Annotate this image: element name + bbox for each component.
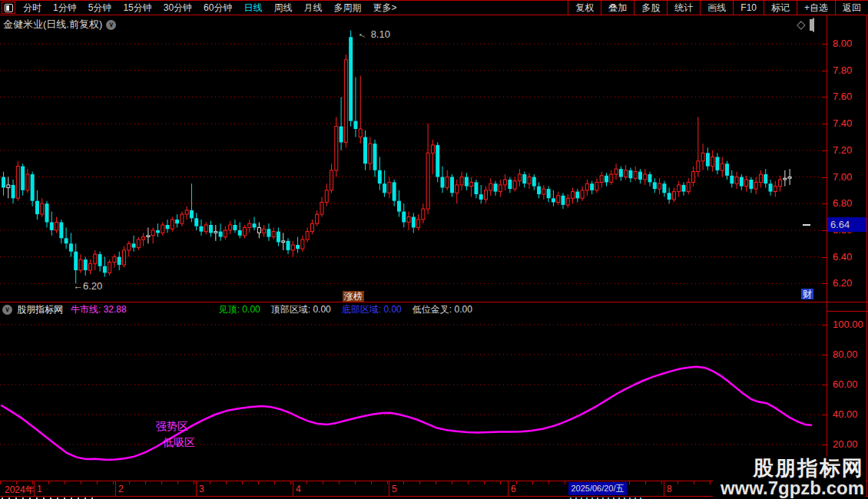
axis-section-divider bbox=[827, 311, 868, 312]
stock-title: 金健米业(日线.前复权) bbox=[3, 18, 102, 31]
indicator-axis-label: 20.00 bbox=[833, 438, 866, 450]
month-label-8: 8 bbox=[667, 484, 672, 494]
period-tab-5分钟[interactable]: 5分钟 bbox=[88, 2, 112, 15]
main-candlestick-chart[interactable] bbox=[0, 15, 827, 302]
price-axis-label: 6.20 bbox=[833, 277, 866, 289]
price-axis-line bbox=[827, 15, 827, 497]
month-label-6: 6 bbox=[511, 484, 516, 494]
zone-dip-label: 低吸区 bbox=[163, 436, 195, 450]
trading-app-screen: 分时1分钟5分钟15分钟30分钟60分钟日线周线月线多周期更多> 复权叠加多股统… bbox=[0, 0, 868, 499]
month-label-3: 3 bbox=[199, 484, 204, 494]
week-ticks bbox=[0, 481, 827, 484]
indicator-axis-tick bbox=[822, 444, 827, 445]
top-toolbar: 分时1分钟5分钟15分钟30分钟60分钟日线周线月线多周期更多> 复权叠加多股统… bbox=[0, 0, 868, 15]
price-axis-tick bbox=[822, 150, 827, 151]
axis-window-icon[interactable] bbox=[813, 18, 814, 32]
action-menu: 复权叠加多股统计画线F10标记+自选返回 bbox=[568, 1, 868, 15]
indicator-axis-tick bbox=[822, 355, 827, 355]
cursor-date-readout: 2025/06/20/五 bbox=[568, 482, 627, 495]
indicator-axis-label: 100.00 bbox=[833, 319, 866, 330]
chart-title-bar[interactable]: 金健米业(日线.前复权) ∨ bbox=[3, 18, 116, 31]
annotation-arrow-icon: ← bbox=[73, 280, 83, 292]
indicator-axis-tick bbox=[822, 385, 827, 385]
diamond-icon[interactable]: ◇ bbox=[797, 18, 806, 31]
finance-tag[interactable]: 财 bbox=[801, 289, 813, 299]
month-label-1: 1 bbox=[37, 484, 42, 494]
cursor-price-marker bbox=[803, 224, 810, 226]
month-separator bbox=[664, 481, 664, 496]
menu-F10[interactable]: F10 bbox=[733, 1, 764, 15]
rank-tag[interactable]: 涨榜 bbox=[343, 291, 364, 302]
month-label-4: 4 bbox=[296, 484, 301, 494]
period-tab-15分钟[interactable]: 15分钟 bbox=[123, 2, 151, 15]
indicator-readout-低位金叉: 低位金叉: 0.00 bbox=[412, 303, 472, 316]
period-tab-多周期[interactable]: 多周期 bbox=[333, 2, 361, 15]
period-tab-月线[interactable]: 月线 bbox=[303, 2, 322, 15]
window-glyph-icon bbox=[813, 18, 814, 32]
indicator-source: 股朋指标网 bbox=[17, 303, 63, 316]
price-axis-tick bbox=[822, 44, 827, 45]
menu-+自选[interactable]: +自选 bbox=[797, 1, 835, 15]
period-tab-30分钟[interactable]: 30分钟 bbox=[164, 2, 192, 15]
watermark-url: www.7gpzb.com bbox=[721, 479, 864, 497]
price-axis-label: 7.60 bbox=[833, 91, 866, 102]
indicator-chevron-down-icon[interactable]: ∨ bbox=[2, 305, 12, 315]
menu-画线[interactable]: 画线 bbox=[700, 1, 733, 15]
watermark: 股朋指标网 www.7gpzb.com bbox=[713, 457, 866, 497]
indicator-axis-tick bbox=[822, 325, 827, 326]
indicator-readout-牛市线: 牛市线: 32.88 bbox=[71, 303, 127, 316]
year-label: 2024年 bbox=[5, 484, 35, 497]
price-axis-tick bbox=[822, 230, 827, 231]
period-tab-更多>[interactable]: 更多> bbox=[373, 2, 396, 15]
period-tab-1分钟[interactable]: 1分钟 bbox=[53, 2, 77, 15]
menu-返回[interactable]: 返回 bbox=[835, 1, 868, 15]
indicator-readout-底部区域: 底部区域: 0.00 bbox=[342, 303, 402, 316]
title-chevron-down-icon[interactable]: ∨ bbox=[106, 20, 116, 30]
right-edge-line bbox=[866, 15, 867, 497]
month-separator bbox=[508, 481, 509, 496]
month-separator bbox=[34, 481, 35, 496]
menu-标记[interactable]: 标记 bbox=[764, 1, 797, 15]
month-label-2: 2 bbox=[118, 484, 124, 494]
panel-toggle-button[interactable] bbox=[2, 2, 15, 14]
zone-strong-label: 强势区 bbox=[156, 420, 188, 434]
low-annotation: ←6.20 bbox=[73, 280, 102, 292]
price-axis-tick bbox=[822, 124, 827, 124]
period-tab-周线[interactable]: 周线 bbox=[273, 2, 292, 15]
annotation-arrow-icon: ← bbox=[356, 27, 370, 41]
price-axis-tick bbox=[822, 257, 827, 258]
indicator-chart[interactable] bbox=[0, 317, 827, 480]
month-separator bbox=[389, 481, 389, 496]
menu-多股[interactable]: 多股 bbox=[634, 1, 667, 15]
split-window-icon bbox=[5, 4, 13, 12]
price-axis-label: 6.80 bbox=[833, 197, 866, 209]
price-axis-label: 7.00 bbox=[833, 171, 866, 183]
indicator-header: ∨ 股朋指标网 牛市线: 32.88见顶: 0.00顶部区域: 0.00底部区域… bbox=[0, 303, 822, 316]
period-tab-分时[interactable]: 分时 bbox=[23, 2, 41, 15]
price-axis-label: 7.20 bbox=[833, 144, 866, 156]
indicator-axis-label: 80.00 bbox=[833, 349, 866, 360]
watermark-site-name: 股朋指标网 bbox=[721, 458, 864, 479]
indicator-readouts: 牛市线: 32.88见顶: 0.00顶部区域: 0.00底部区域: 0.00低位… bbox=[63, 303, 472, 316]
price-axis-label: 7.40 bbox=[833, 117, 866, 129]
menu-复权[interactable]: 复权 bbox=[568, 1, 601, 15]
cursor-price-readout: 6.64 bbox=[827, 217, 866, 232]
price-axis-tick bbox=[822, 71, 827, 71]
price-axis-tick bbox=[822, 203, 827, 204]
indicator-axis-label: 60.00 bbox=[833, 378, 866, 390]
period-tab-日线[interactable]: 日线 bbox=[244, 2, 262, 15]
month-label-5: 5 bbox=[392, 484, 397, 494]
menu-统计[interactable]: 统计 bbox=[667, 1, 700, 15]
period-tabs: 分时1分钟5分钟15分钟30分钟60分钟日线周线月线多周期更多> bbox=[23, 2, 396, 15]
month-separator bbox=[115, 481, 116, 496]
menu-叠加[interactable]: 叠加 bbox=[601, 1, 634, 15]
indicator-readout-顶部区域: 顶部区域: 0.00 bbox=[271, 303, 331, 316]
panel-separator bbox=[0, 302, 868, 302]
price-axis-label: 8.00 bbox=[833, 38, 866, 49]
period-tab-60分钟[interactable]: 60分钟 bbox=[204, 2, 232, 15]
month-separator bbox=[293, 481, 293, 496]
high-annotation: ← 8.10 bbox=[358, 28, 390, 40]
indicator-axis-tick bbox=[822, 415, 827, 415]
price-axis-label: 6.40 bbox=[833, 251, 866, 263]
price-axis-tick bbox=[822, 283, 827, 284]
